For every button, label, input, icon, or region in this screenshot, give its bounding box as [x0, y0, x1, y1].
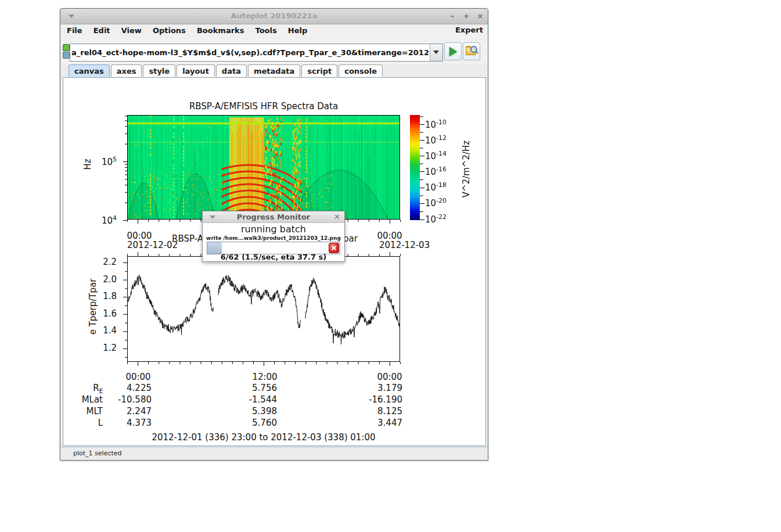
- go-button[interactable]: [444, 42, 462, 60]
- menu-tools[interactable]: Tools: [251, 25, 281, 36]
- plot1-title: RBSP-A/EMFISIS HFR Spectra Data: [127, 101, 400, 112]
- menu-edit[interactable]: Edit: [89, 25, 114, 36]
- tab-layout[interactable]: layout: [177, 64, 215, 77]
- timeseries-plot[interactable]: [123, 251, 405, 367]
- plot2-xtick-2: 00:00: [366, 372, 413, 382]
- plot1-xtick-left-date: 2012-12-02: [127, 240, 178, 250]
- timerange-footer: 2012-12-01 (336) 23:00 to 2012-12-03 (33…: [127, 432, 400, 443]
- tab-metadata[interactable]: metadata: [248, 64, 300, 77]
- plot2-ytick-1: 2.0: [91, 274, 117, 285]
- cbar-tick-6: 10-22: [425, 213, 447, 225]
- plot2-ytick-0: 2.2: [91, 257, 117, 267]
- dialog-titlebar[interactable]: Progress Monitor ×: [203, 211, 344, 223]
- table-cell: -1.544: [219, 394, 277, 405]
- data-layer-icon: [63, 52, 70, 59]
- statusbar: plot_1 selected: [60, 447, 488, 460]
- tab-script[interactable]: script: [301, 64, 337, 77]
- colorbar: [410, 114, 426, 226]
- table-cell: -10.580: [93, 394, 152, 405]
- tab-axes[interactable]: axes: [111, 64, 142, 77]
- progress-task-label: running batch: [203, 224, 344, 235]
- plot2-title-fragment-right: par: [343, 233, 358, 244]
- plot2-ytick-2: 1.8: [91, 291, 117, 301]
- tab-style[interactable]: style: [143, 64, 175, 77]
- desktop: Autoplot 20190221a – + × File Edit View …: [0, 0, 781, 532]
- cbar-tick-3: 10-16: [425, 166, 447, 177]
- plot1-xtick-right-date: 2012-12-03: [379, 240, 430, 250]
- progress-status-label: 6/62 (1.5/sec, eta 37.7 s): [203, 253, 344, 261]
- uri-toolbar: [60, 37, 488, 64]
- table-cell: 5.756: [219, 383, 277, 393]
- plot1-ytick-bottom: 104: [91, 214, 117, 226]
- plot2-ytick-4: 1.4: [91, 325, 117, 336]
- table-cell: 4.225: [93, 383, 152, 393]
- cbar-tick-2: 10-14: [425, 150, 447, 161]
- status-message: plot_1 selected: [73, 450, 122, 457]
- menu-bookmarks[interactable]: Bookmarks: [193, 25, 249, 36]
- progress-bar-fill: [207, 242, 222, 254]
- cbar-tick-1: 10-12: [425, 134, 447, 146]
- table-cell: 4.373: [93, 418, 152, 428]
- menu-help[interactable]: Help: [284, 25, 311, 36]
- close-button[interactable]: ×: [475, 11, 485, 21]
- table-cell: 2.247: [93, 406, 152, 416]
- plot-layer-icon: [63, 44, 70, 51]
- plot2-xtick-0: 00:00: [115, 372, 161, 382]
- dialog-title: Progress Monitor: [203, 213, 344, 221]
- uri-combobox: [70, 44, 443, 62]
- menu-options[interactable]: Options: [149, 25, 190, 36]
- table-cell: 5.760: [219, 418, 277, 428]
- menu-view[interactable]: View: [117, 25, 146, 36]
- plot2-xtick-1: 12:00: [242, 372, 288, 382]
- maximize-button[interactable]: +: [461, 11, 472, 21]
- plot2-ytick-5: 1.2: [91, 343, 117, 353]
- plot2-ytick-3: 1.6: [91, 308, 117, 319]
- tab-console[interactable]: console: [339, 64, 383, 77]
- uri-dropdown-button[interactable]: [430, 44, 442, 61]
- plot1-ytick-top: 105: [91, 156, 117, 167]
- minimize-button[interactable]: –: [447, 11, 458, 21]
- chevron-down-icon: [433, 51, 439, 54]
- magnifier-icon: [470, 46, 477, 53]
- browse-button[interactable]: [463, 42, 480, 60]
- progress-detail-label: write /hom...walk3/product_20121203_12.p…: [203, 235, 344, 241]
- menu-file[interactable]: File: [63, 25, 87, 36]
- table-cell: -16.190: [344, 394, 402, 405]
- uri-input[interactable]: [70, 44, 430, 61]
- cbar-tick-0: 10-10: [425, 118, 447, 130]
- table-cell: 5.398: [219, 406, 277, 416]
- plot2-title-fragment-left: RBSP-A: [172, 233, 203, 244]
- play-icon: [449, 47, 457, 56]
- expert-mode-label[interactable]: Expert: [455, 26, 483, 34]
- table-cell: 3.447: [344, 418, 402, 428]
- window-titlebar[interactable]: Autoplot 20190221a – + ×: [60, 9, 488, 24]
- menubar: File Edit View Options Bookmarks Tools H…: [60, 24, 488, 37]
- spectrogram-plot[interactable]: [123, 114, 405, 226]
- cbar-tick-5: 10-20: [425, 197, 447, 209]
- progress-monitor-dialog: Progress Monitor × running batch write /…: [202, 211, 345, 262]
- table-cell: 8.125: [344, 406, 402, 416]
- tab-data[interactable]: data: [216, 64, 247, 77]
- table-cell: 3.179: [344, 383, 402, 393]
- dialog-close-icon[interactable]: ×: [334, 212, 340, 221]
- window-title: Autoplot 20190221a: [60, 12, 488, 20]
- cbar-tick-4: 10-18: [425, 181, 447, 193]
- autoplot-window: Autoplot 20190221a – + × File Edit View …: [60, 8, 488, 461]
- cancel-button[interactable]: [329, 243, 339, 253]
- tab-bar: canvasaxesstylelayoutdatametadatascriptc…: [69, 64, 384, 78]
- cbar-unit-label: V^2/m^2/Hz: [461, 137, 473, 201]
- tab-canvas[interactable]: canvas: [69, 64, 110, 77]
